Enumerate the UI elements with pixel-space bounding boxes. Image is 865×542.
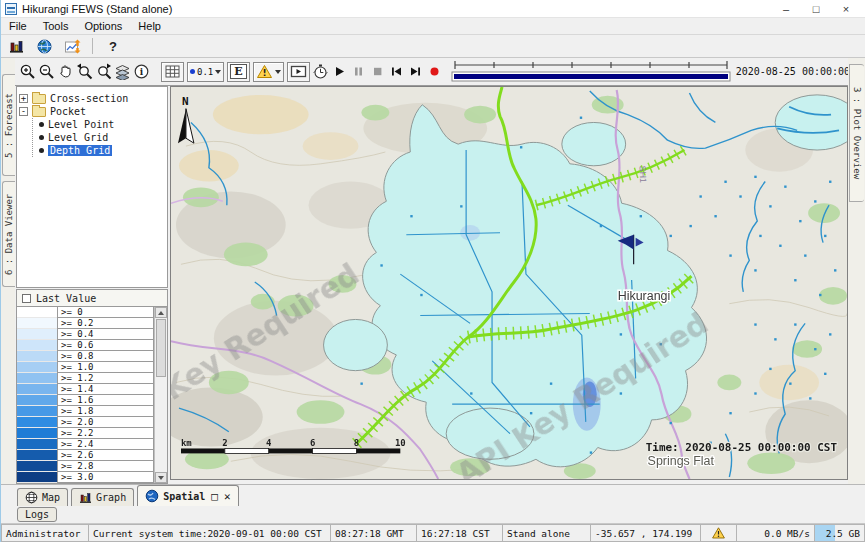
float-tab-icon[interactable]: □ [211, 490, 218, 503]
left-tab-strip: 5 : Forecast 6 : Data Viewer [1, 58, 15, 484]
minimize-button[interactable]: – [771, 3, 801, 15]
tab-plot-overview[interactable]: 3 : Plot Overview [849, 64, 864, 202]
tab-map[interactable]: Map [17, 488, 68, 506]
legend-title: Last Value [36, 293, 96, 304]
road-label: SH1 [638, 166, 649, 184]
help-icon[interactable]: ? [102, 37, 124, 56]
pause-button[interactable] [350, 62, 368, 82]
stop-button[interactable] [369, 62, 387, 82]
tree-node-label[interactable]: Pocket [50, 106, 86, 117]
zoom-in-icon[interactable] [18, 62, 36, 82]
maximize-button[interactable]: □ [801, 3, 831, 15]
skip-start-button[interactable] [388, 62, 406, 82]
play-button[interactable] [331, 62, 349, 82]
town-label: Hikurangi [618, 289, 671, 303]
tab-data-viewer[interactable]: 6 : Data Viewer [2, 181, 15, 287]
last-value-checkbox[interactable] [22, 294, 31, 303]
tree-node-label[interactable]: Cross-section [50, 93, 128, 104]
bullet-icon [39, 148, 44, 153]
collapse-icon[interactable]: - [19, 107, 28, 116]
tree-node-level-point[interactable]: Level Point [33, 118, 165, 131]
movie-player-button[interactable] [287, 62, 310, 82]
map-canvas[interactable]: API Key Required API Key Required Hikura… [171, 87, 847, 479]
timer-icon[interactable] [312, 62, 330, 82]
tab-forecast[interactable]: 5 : Forecast [2, 74, 15, 176]
zoom-next-icon[interactable] [94, 62, 112, 82]
record-button[interactable] [426, 62, 444, 82]
legend-scrollbar[interactable] [154, 307, 167, 483]
tree-node-level-grid[interactable]: Level Grid [33, 131, 165, 144]
tree-node-pocket[interactable]: - Pocket [19, 105, 165, 118]
pocket-children: Level Point Level Grid Depth Grid [32, 118, 165, 157]
tab-graph-label: Graph [96, 492, 126, 503]
status-coordinates: -35.657 , 174.199 [591, 524, 701, 542]
menu-help[interactable]: Help [130, 19, 169, 33]
tree-node-label[interactable]: Level Point [48, 119, 114, 130]
close-tab-icon[interactable]: ✕ [224, 490, 231, 503]
warning-dropdown[interactable]: ! [253, 62, 284, 82]
legend-swatch [17, 351, 57, 362]
scrollbar-thumb[interactable] [156, 319, 166, 377]
legend-swatch [17, 384, 57, 395]
legend-swatch [17, 450, 57, 461]
legend-swatch [17, 373, 57, 384]
status-download-rate: 0.0 MB/s [737, 524, 815, 542]
pan-icon[interactable] [56, 62, 74, 82]
svg-text:!: ! [262, 68, 266, 78]
skip-end-button[interactable] [407, 62, 425, 82]
bullet-icon [39, 122, 44, 127]
close-button[interactable]: × [831, 3, 861, 15]
map-time-label: Time: 2020-08-25 00:00:00 CST [646, 441, 838, 454]
scroll-down-icon[interactable] [155, 472, 167, 483]
legend-swatch [17, 340, 57, 351]
map-view[interactable]: API Key Required API Key Required Hikura… [170, 86, 848, 480]
map-display-icon[interactable] [33, 37, 55, 56]
globe-wireframe-icon [25, 491, 38, 504]
chevron-down-icon [275, 70, 281, 74]
svg-text:6: 6 [310, 438, 315, 448]
labels-toggle-button[interactable]: E [227, 62, 249, 82]
zoom-previous-icon[interactable] [75, 62, 93, 82]
title-bar: Hikurangi FEWS (Stand alone) – □ × [1, 0, 865, 18]
bottom-tab-bar: Map Graph Spatial □ ✕ [1, 484, 865, 506]
tab-spatial-label: Spatial [163, 491, 205, 502]
right-tab-strip: 3 : Plot Overview [848, 58, 865, 484]
tree-node-label[interactable]: Level Grid [48, 132, 108, 143]
menu-file[interactable]: File [1, 19, 35, 33]
timeseries-dialog-icon[interactable] [61, 37, 83, 56]
scroll-up-icon[interactable] [155, 307, 167, 318]
database-explorer-icon[interactable] [5, 37, 27, 56]
layer-tree: + Cross-section - Pocket Lev [16, 86, 168, 288]
tree-node-depth-grid[interactable]: Depth Grid [33, 144, 165, 157]
tab-spatial[interactable]: Spatial □ ✕ [137, 485, 238, 506]
map-toolbar: i 0.1 E ! [15, 58, 848, 86]
legend-swatch [17, 417, 57, 428]
tree-node-label-selected[interactable]: Depth Grid [48, 145, 112, 156]
window-title: Hikurangi FEWS (Stand alone) [22, 3, 172, 15]
svg-text:10: 10 [395, 438, 406, 448]
tree-node-cross-section[interactable]: + Cross-section [19, 92, 165, 105]
status-memory: 2.5 GB [815, 524, 865, 542]
tab-graph[interactable]: Graph [71, 488, 134, 506]
status-gmt-time: 08:27:18 GMT [331, 524, 417, 542]
menu-tools[interactable]: Tools [35, 19, 77, 33]
tab-map-label: Map [42, 492, 60, 503]
status-warning-icon[interactable] [701, 524, 737, 542]
logs-tab[interactable]: Logs [17, 507, 57, 522]
status-local-time: 16:27:18 CST [417, 524, 503, 542]
folder-icon [32, 107, 46, 117]
time-slider[interactable] [451, 58, 731, 86]
area-label: Springs Flat [648, 454, 715, 468]
svg-text:4: 4 [266, 438, 271, 448]
legend-swatch [17, 318, 57, 329]
legend-swatch [17, 395, 57, 406]
zoom-out-icon[interactable] [37, 62, 55, 82]
logs-row: Logs [1, 506, 865, 524]
grid-display-button[interactable] [161, 62, 184, 82]
status-mode: Stand alone [503, 524, 591, 542]
expand-icon[interactable]: + [19, 94, 28, 103]
menu-options[interactable]: Options [76, 19, 130, 33]
layers-icon[interactable] [113, 62, 131, 82]
interval-dropdown[interactable]: 0.1 [187, 62, 224, 82]
info-icon[interactable]: i [132, 62, 150, 82]
